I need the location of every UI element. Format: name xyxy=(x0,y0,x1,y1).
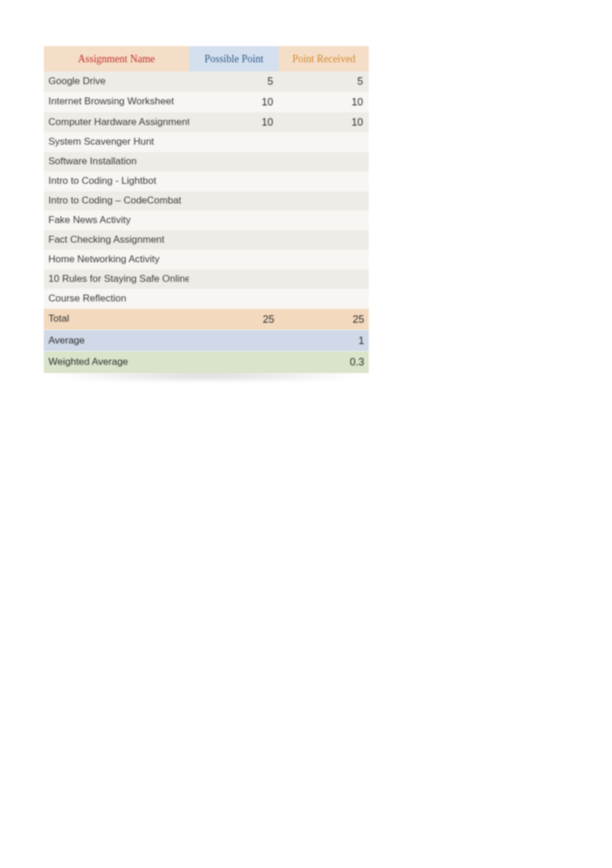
possible-points xyxy=(189,289,279,308)
weighted-average-row: Weighted Average 0.3 xyxy=(44,352,369,373)
table-row: Internet Browsing Worksheet 10 10 xyxy=(44,92,369,112)
assignment-name: Computer Hardware Assignment xyxy=(44,112,189,132)
table-row: Fact Checking Assignment xyxy=(44,230,369,250)
assignment-name: Fake News Activity xyxy=(44,210,189,230)
received-points xyxy=(279,289,369,308)
col-header-received: Point Received xyxy=(279,46,369,71)
total-possible: 25 xyxy=(189,308,279,330)
weighted-possible xyxy=(189,352,279,373)
received-points xyxy=(279,269,369,289)
received-points: 5 xyxy=(279,71,369,92)
possible-points xyxy=(189,269,279,289)
received-points xyxy=(279,250,369,269)
assignment-name: Intro to Coding – CodeCombat xyxy=(44,191,189,211)
received-points xyxy=(279,230,369,250)
possible-points xyxy=(189,152,279,172)
assignment-name: Fact Checking Assignment xyxy=(44,230,189,250)
table-row: Home Networking Activity xyxy=(44,250,369,269)
total-row: Total 25 25 xyxy=(44,308,369,330)
average-label: Average xyxy=(44,330,189,351)
received-points xyxy=(279,133,369,152)
received-points xyxy=(279,172,369,191)
table-row: Fake News Activity xyxy=(44,210,369,230)
possible-points: 10 xyxy=(189,92,279,112)
weighted-label: Weighted Average xyxy=(44,352,189,373)
possible-points xyxy=(189,210,279,230)
table-header-row: Assignment Name Possible Point Point Rec… xyxy=(44,46,369,71)
total-received: 25 xyxy=(279,308,369,330)
possible-points xyxy=(189,250,279,269)
assignment-name: Home Networking Activity xyxy=(44,250,189,269)
average-received: 1 xyxy=(279,330,369,351)
weighted-received: 0.3 xyxy=(279,352,369,373)
assignment-name: Google Drive xyxy=(44,71,189,92)
average-possible xyxy=(189,330,279,351)
table-row: Computer Hardware Assignment 10 10 xyxy=(44,112,369,132)
col-header-possible: Possible Point xyxy=(189,46,279,71)
possible-points: 10 xyxy=(189,112,279,132)
table-row: 10 Rules for Staying Safe Online xyxy=(44,269,369,289)
table-row: Intro to Coding - Lightbot xyxy=(44,172,369,191)
assignment-name: Intro to Coding - Lightbot xyxy=(44,172,189,191)
assignment-name: Internet Browsing Worksheet xyxy=(44,92,189,112)
table-row: System Scavenger Hunt xyxy=(44,133,369,152)
received-points xyxy=(279,152,369,172)
received-points: 10 xyxy=(279,112,369,132)
total-label: Total xyxy=(44,308,189,330)
received-points: 10 xyxy=(279,92,369,112)
table-row: Course Reflection xyxy=(44,289,369,308)
table-row: Software Installation xyxy=(44,152,369,172)
assignment-name: System Scavenger Hunt xyxy=(44,133,189,152)
received-points xyxy=(279,210,369,230)
grades-table: Assignment Name Possible Point Point Rec… xyxy=(44,46,369,373)
received-points xyxy=(279,191,369,211)
col-header-assignment: Assignment Name xyxy=(44,46,189,71)
table-row: Intro to Coding – CodeCombat xyxy=(44,191,369,211)
possible-points xyxy=(189,191,279,211)
possible-points xyxy=(189,172,279,191)
assignment-name: Software Installation xyxy=(44,152,189,172)
assignment-name: 10 Rules for Staying Safe Online xyxy=(44,269,189,289)
assignment-name: Course Reflection xyxy=(44,289,189,308)
possible-points: 5 xyxy=(189,71,279,92)
table-row: Google Drive 5 5 xyxy=(44,71,369,92)
average-row: Average 1 xyxy=(44,330,369,351)
possible-points xyxy=(189,230,279,250)
possible-points xyxy=(189,133,279,152)
grades-table-wrap: Assignment Name Possible Point Point Rec… xyxy=(44,46,369,373)
